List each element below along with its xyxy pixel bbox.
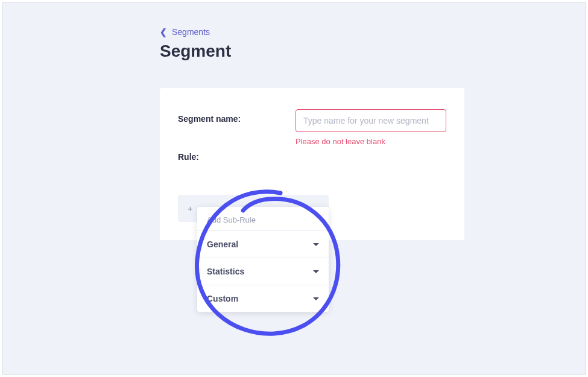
chevron-left-icon: ❮ — [160, 27, 167, 37]
caret-down-icon — [313, 270, 319, 273]
breadcrumb-label: Segments — [172, 27, 210, 37]
dropdown-item-general[interactable]: General — [197, 230, 329, 258]
caret-down-icon — [313, 243, 319, 246]
sub-rule-dropdown: Add Sub-Rule General Statistics Custom — [197, 207, 329, 312]
plus-icon: + — [188, 203, 193, 214]
dropdown-item-label: Statistics — [207, 267, 244, 276]
segment-name-label: Segment name: — [178, 109, 296, 124]
dropdown-item-custom[interactable]: Custom — [197, 285, 329, 312]
page-title: Segment — [160, 42, 585, 61]
segment-name-input[interactable] — [296, 109, 446, 132]
breadcrumb-back[interactable]: ❮ Segments — [160, 27, 585, 37]
dropdown-header: Add Sub-Rule — [197, 207, 329, 230]
dropdown-item-label: General — [207, 239, 238, 249]
dropdown-item-statistics[interactable]: Statistics — [197, 258, 329, 285]
caret-down-icon — [313, 297, 319, 300]
segment-name-error: Please do not leave blank — [296, 137, 446, 146]
dropdown-item-label: Custom — [207, 294, 238, 303]
rule-label: Rule: — [178, 152, 446, 162]
